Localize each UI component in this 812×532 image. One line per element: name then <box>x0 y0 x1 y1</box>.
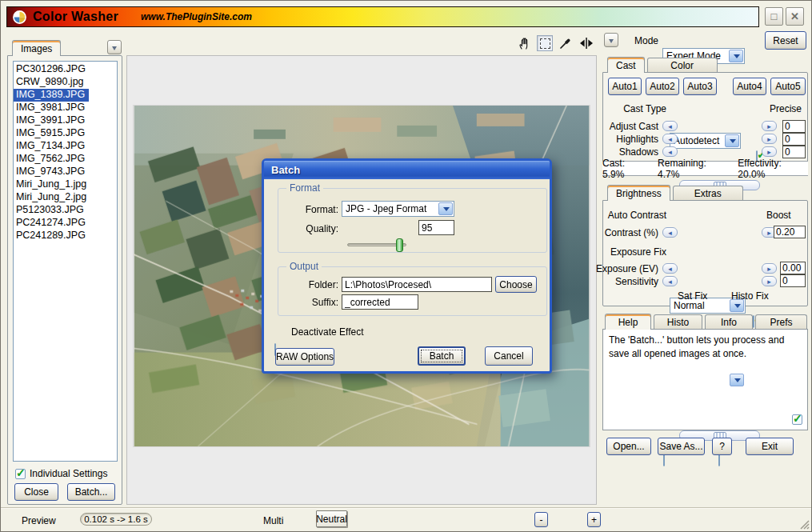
tab-brightness[interactable]: Brightness <box>607 185 670 201</box>
highlights-dec-button[interactable]: ◂ <box>662 134 678 144</box>
quality-value[interactable] <box>418 220 454 235</box>
auto4-button[interactable]: Auto4 <box>733 78 766 95</box>
file-list-item[interactable]: CRW_9890.jpg <box>14 76 88 89</box>
tab-color[interactable]: Color <box>647 58 718 73</box>
adjust-cast-value[interactable] <box>782 120 806 133</box>
file-list-item[interactable]: Miri_Jung_2.jpg <box>14 191 90 204</box>
quality-slider[interactable] <box>347 243 406 246</box>
cast-color-tabs: Cast Color <box>607 57 718 73</box>
panel-menu-button[interactable] <box>604 33 618 47</box>
close-button[interactable]: ✕ <box>786 7 804 26</box>
batch-open-button[interactable]: Batch... <box>67 483 115 501</box>
split-compare-tool-button[interactable] <box>578 35 594 51</box>
adjust-cast-dec-button[interactable]: ◂ <box>662 121 678 131</box>
file-list-item[interactable]: IMG_9743.JPG <box>14 166 89 178</box>
individual-settings-row: ✓ Individual Settings <box>15 468 107 479</box>
file-list-item[interactable]: IMG_5915.JPG <box>14 127 89 140</box>
arrow-left-icon: ◂ <box>668 229 672 237</box>
auto2-button[interactable]: Auto2 <box>646 78 679 95</box>
title-bar: Color Washer www.ThePluginSite.com <box>6 6 759 27</box>
arrow-left-icon: ◂ <box>668 148 672 156</box>
images-menu-button[interactable] <box>107 40 122 54</box>
app-window: Color Washer www.ThePluginSite.com □ ✕ I… <box>0 0 812 532</box>
contrast-dec-button[interactable]: ◂ <box>662 227 678 238</box>
question-label: ? <box>719 441 725 452</box>
sensitivity-value[interactable] <box>780 274 806 287</box>
close-images-button[interactable]: Close <box>14 483 58 501</box>
file-list[interactable]: PC301296.JPG CRW_9890.jpg IMG_1389.JPG I… <box>13 61 118 462</box>
exit-button[interactable]: Exit <box>746 438 794 455</box>
histo-fix-checkbox[interactable] <box>718 454 720 466</box>
check-icon: ✓ <box>16 466 26 479</box>
folder-field[interactable] <box>342 277 492 292</box>
save-as-button[interactable]: Save As... <box>658 438 705 455</box>
file-list-item[interactable]: IMG_3991.JPG <box>14 114 89 127</box>
tab-cast[interactable]: Cast <box>607 57 645 73</box>
file-list-item-selected[interactable]: IMG_1389.JPG <box>14 89 89 102</box>
hand-tool-button[interactable] <box>516 35 532 51</box>
maximize-button[interactable]: □ <box>765 7 783 26</box>
zoom-in-button[interactable]: + <box>587 512 601 527</box>
file-list-item[interactable]: IMG_7562.JPG <box>14 153 89 166</box>
auto5-label: Auto5 <box>775 81 800 92</box>
auto5-button[interactable]: Auto5 <box>770 78 806 95</box>
quality-slider-thumb[interactable] <box>396 238 403 252</box>
suffix-field[interactable] <box>342 294 418 310</box>
cancel-button[interactable]: Cancel <box>485 346 533 366</box>
neutral-button[interactable]: Neutral <box>316 510 347 527</box>
format-select[interactable]: JPG - Jpeg Format <box>342 201 454 217</box>
open-button[interactable]: Open... <box>606 438 651 455</box>
file-list-item[interactable]: PC241274.JPG <box>14 217 90 230</box>
arrow-left-icon: ◂ <box>668 135 672 143</box>
auto1-button[interactable]: Auto1 <box>608 78 642 95</box>
tab-histo[interactable]: Histo <box>654 314 702 330</box>
marquee-tool-button[interactable] <box>537 35 553 51</box>
tab-help[interactable]: Help <box>605 314 651 330</box>
highlights-inc-button[interactable]: ▸ <box>762 134 777 144</box>
sensitivity-inc-button[interactable]: ▸ <box>762 276 777 286</box>
help-panel-checkbox[interactable]: ✓ <box>792 414 802 425</box>
tab-images[interactable]: Images <box>12 40 61 56</box>
file-list-item[interactable]: IMG_7134.JPG <box>14 140 89 153</box>
tab-prefs[interactable]: Prefs <box>755 314 807 330</box>
help-tabs: Help Histo Info Prefs <box>605 314 807 330</box>
raw-options-button[interactable]: RAW Options <box>275 348 334 366</box>
adjust-cast-label: Adjust Cast <box>590 121 658 132</box>
auto-contrast-value: Normal <box>674 300 705 311</box>
eyedropper-tool-button[interactable] <box>558 35 574 51</box>
reset-button[interactable]: Reset <box>765 31 806 50</box>
sensitivity-label: Sensitivity <box>590 276 658 287</box>
resize-grip[interactable] <box>799 519 810 530</box>
sat-fix-checkbox[interactable] <box>663 454 665 466</box>
exposure-inc-button[interactable]: ▸ <box>762 263 777 274</box>
neutral-label: Neutral <box>316 514 347 525</box>
contrast-value[interactable] <box>774 226 806 238</box>
shadows-dec-button[interactable]: ◂ <box>662 146 678 157</box>
exposure-value[interactable] <box>780 262 806 274</box>
cast-type-select[interactable]: Autodetect <box>670 133 741 149</box>
tab-extras[interactable]: Extras <box>673 186 743 201</box>
individual-settings-checkbox[interactable]: ✓ <box>15 469 26 479</box>
sensitivity-dec-button[interactable]: ◂ <box>662 276 678 286</box>
choose-button[interactable]: Choose <box>495 276 537 293</box>
exposure-dec-button[interactable]: ◂ <box>662 263 678 274</box>
file-list-item[interactable]: Miri_Jung_1.jpg <box>14 178 90 191</box>
file-list-item[interactable]: PC301296.JPG <box>14 63 90 76</box>
individual-settings-label: Individual Settings <box>30 468 107 479</box>
reset-label: Reset <box>773 35 798 46</box>
auto3-button[interactable]: Auto3 <box>683 78 717 95</box>
file-list-item[interactable]: IMG_3981.JPG <box>14 102 89 114</box>
arrow-right-icon: ▸ <box>767 122 771 130</box>
cast-type-value: Autodetect <box>674 135 719 146</box>
batch-confirm-button[interactable]: Batch <box>418 346 466 366</box>
file-list-item[interactable]: PC241289.JPG <box>14 230 90 242</box>
file-list-item[interactable]: P5123033.JPG <box>14 204 88 217</box>
question-button[interactable]: ? <box>712 438 732 455</box>
adjust-cast-inc-button[interactable]: ▸ <box>762 121 777 131</box>
zoom-out-button[interactable]: - <box>534 512 548 527</box>
highlights-value[interactable] <box>782 133 806 146</box>
save-as-label: Save As... <box>659 441 702 452</box>
tab-info[interactable]: Info <box>705 314 753 330</box>
batch-dialog-titlebar[interactable]: Batch <box>264 161 550 179</box>
shadows-inc-button[interactable]: ▸ <box>762 146 777 157</box>
